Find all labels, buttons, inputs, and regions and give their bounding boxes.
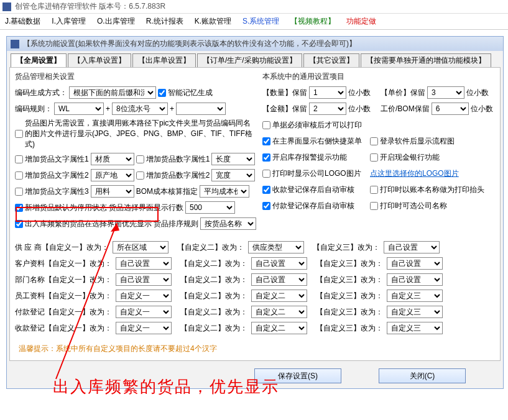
- tab-order[interactable]: 【订单/生产/采购功能设置】: [197, 53, 302, 67]
- tab-addon[interactable]: 【按需要单独开通的增值功能模块】: [361, 53, 491, 67]
- encode-rule-prefix[interactable]: WL: [54, 103, 104, 115]
- txt-attr2-checkbox[interactable]: 增加货品文字属性2: [15, 170, 89, 181]
- encode-method-label: 编码生成方式：: [15, 88, 67, 98]
- menu-feature[interactable]: 功能定做: [346, 16, 376, 27]
- custom-3-v2[interactable]: 自定义二: [251, 290, 307, 302]
- encode-rule-mid[interactable]: 8位流水号: [112, 103, 168, 115]
- menu-account[interactable]: K.账款管理: [195, 16, 231, 27]
- custom-2-v3[interactable]: 自己设置: [387, 273, 443, 286]
- right-column: 本系统中的通用设置项目 【数量】保留 1 位小数 【单价】保留 3 位小数 【金…: [262, 71, 495, 233]
- qty-decimal-select[interactable]: 1: [309, 86, 346, 99]
- custom-3-v3[interactable]: 自定义三: [387, 290, 443, 302]
- open-bank-checkbox[interactable]: 开启现金银行功能: [370, 152, 440, 163]
- recv-audit-checkbox[interactable]: 收款登记保存后自动审核: [262, 185, 368, 195]
- bom-decimal-select[interactable]: 6: [432, 103, 469, 115]
- menu-system[interactable]: S.系统管理: [242, 16, 279, 27]
- settings-dialog: 【系统功能设置(如果软件界面没有对应的功能项则表示该版本的软件没有这个功能，不必…: [6, 36, 504, 389]
- num-attr2-select[interactable]: 宽度: [211, 169, 255, 181]
- encode-rule-label: 编码规则：: [15, 104, 52, 114]
- print-company-checkbox[interactable]: 打印时可选公司名称: [370, 201, 447, 211]
- encode-method-select[interactable]: 根据下面的前后缀和流水号生成编码: [69, 86, 156, 99]
- rows-select[interactable]: 500: [185, 201, 235, 214]
- audit-before-print-checkbox[interactable]: 单据必须审核后才可以打印: [262, 120, 362, 130]
- tab-out[interactable]: 【出库单设置】: [132, 53, 196, 67]
- custom-3-v1[interactable]: 自定义一: [116, 290, 172, 302]
- txt-attr3-checkbox[interactable]: 增加货品文字属性3: [15, 186, 89, 197]
- custom-1-v1[interactable]: 自己设置: [116, 257, 172, 270]
- logo-link[interactable]: 点这里选择你的LOGO图片: [370, 168, 459, 179]
- custom-2-v2[interactable]: 自己设置: [251, 273, 307, 286]
- tab-global[interactable]: 【全局设置】: [11, 53, 67, 67]
- sort-select[interactable]: 按货品名称: [200, 217, 256, 230]
- custom-5-v2[interactable]: 自定义二: [251, 322, 307, 334]
- main-menubar: J.基础数据 I.入库管理 O.出库管理 R.统计报表 K.账款管理 S.系统管…: [0, 14, 508, 30]
- menu-out[interactable]: O.出库管理: [97, 16, 135, 27]
- custom-4-v3[interactable]: 自定义三: [387, 306, 443, 318]
- txt-attr2-select[interactable]: 原产地: [91, 169, 134, 181]
- encode-rule-suffix[interactable]: [176, 103, 226, 115]
- freq-first-checkbox[interactable]: 出入库频繁的货品在选择界面优先显示: [15, 219, 152, 229]
- sort-label: 货品排序规则: [154, 219, 198, 229]
- app-icon: [2, 2, 11, 11]
- custom-row-3: 员工资料【自定义一】改为：自定义一【自定义二】改为：自定义二【自定义三】改为：自…: [15, 289, 495, 303]
- num-attr1-select[interactable]: 长度: [211, 153, 255, 165]
- custom-row-1: 客户资料【自定义一】改为：自己设置【自定义二】改为：自己设置【自定义三】改为：自…: [15, 257, 495, 270]
- num-attr1-checkbox[interactable]: 增加货品数字属性1: [136, 154, 210, 165]
- open-report-checkbox[interactable]: 开启库存报警提示功能: [262, 152, 368, 163]
- dialog-title: 【系统功能设置(如果软件界面没有对应的功能项则表示该版本的软件没有这个功能，不必…: [23, 39, 356, 49]
- pic-noneed-checkbox[interactable]: 货品图片无需设置，直接调用账本路径下pic文件夹里与货品编码同名的图片文件进行显…: [15, 118, 256, 150]
- txt-attr1-select[interactable]: 材质: [91, 153, 134, 165]
- custom-1-v2[interactable]: 自己设置: [251, 257, 307, 270]
- login-flow-checkbox[interactable]: 登录软件后显示流程图: [370, 136, 455, 147]
- custom-fields-grid: 供 应 商【自定义一】改为：所在区域【自定义二】改为：供应类型【自定义三】改为：…: [15, 240, 495, 335]
- show-quick-checkbox[interactable]: 在主界面显示右侧快捷菜单: [262, 136, 368, 147]
- hint-text: 温馨提示：系统中所有自定义项目的长度请不要超过4个汉字: [19, 344, 495, 354]
- custom-row-5: 收款登记【自定义一】改为：自定义一【自定义二】改为：自定义二【自定义三】改为：自…: [15, 321, 495, 335]
- amount-decimal-select[interactable]: 2: [309, 103, 346, 115]
- new-disable-checkbox[interactable]: 新增货品默认为停用状态: [15, 203, 107, 213]
- tab-bar: 【全局设置】 【入库单设置】 【出库单设置】 【订单/生产/采购功能设置】 【其…: [7, 51, 503, 67]
- pay-audit-checkbox[interactable]: 付款登记保存后自动审核: [262, 201, 368, 211]
- bom-select[interactable]: 平均成本价: [200, 185, 249, 198]
- custom-1-v3[interactable]: 自己设置: [387, 257, 443, 270]
- dialog-icon: [11, 40, 19, 48]
- custom-5-v3[interactable]: 自定义三: [387, 322, 443, 334]
- menu-base[interactable]: J.基础数据: [5, 16, 40, 27]
- num-attr2-checkbox[interactable]: 增加货品数字属性2: [136, 170, 210, 181]
- menu-in[interactable]: I.入库管理: [52, 16, 86, 27]
- print-logo-checkbox[interactable]: 打印时显示公司LOGO图片: [262, 168, 368, 179]
- txt-attr3-select[interactable]: 用料: [91, 185, 134, 198]
- main-titlebar: 创管仓库进销存管理软件 版本号：6.5.7.883R: [0, 0, 508, 14]
- close-button[interactable]: 关闭(C): [379, 368, 466, 383]
- price-decimal-select[interactable]: 3: [427, 86, 464, 99]
- custom-4-v1[interactable]: 自定义一: [116, 306, 172, 318]
- annotation-text: 出入库频繁的货品，优先显示: [53, 376, 279, 398]
- bom-label: BOM成本核算指定: [136, 186, 198, 197]
- custom-row-0: 供 应 商【自定义一】改为：所在区域【自定义二】改为：供应类型【自定义三】改为：…: [15, 240, 495, 254]
- txt-attr1-checkbox[interactable]: 增加货品文字属性1: [15, 154, 89, 165]
- dialog-titlebar: 【系统功能设置(如果软件界面没有对应的功能项则表示该版本的软件没有这个功能，不必…: [7, 37, 503, 51]
- custom-0-v1[interactable]: 所在区域: [113, 241, 169, 253]
- custom-4-v2[interactable]: 自定义二: [251, 306, 307, 318]
- custom-2-v1[interactable]: 自己设置: [116, 273, 172, 286]
- left-section-title: 货品管理相关设置: [15, 71, 256, 82]
- tab-other[interactable]: 【其它设置】: [303, 53, 359, 67]
- smart-memory-checkbox[interactable]: 智能记忆生成: [158, 88, 213, 98]
- right-section-title: 本系统中的通用设置项目: [262, 71, 495, 82]
- custom-0-v3[interactable]: 自己设置: [384, 241, 440, 253]
- rows-label: 货品选择界面显示行数: [109, 203, 183, 213]
- tab-in[interactable]: 【入库单设置】: [68, 53, 131, 67]
- menu-report[interactable]: R.统计报表: [146, 16, 183, 27]
- custom-row-4: 付款登记【自定义一】改为：自定义一【自定义二】改为：自定义二【自定义三】改为：自…: [15, 305, 495, 319]
- custom-0-v2[interactable]: 供应类型: [248, 241, 304, 253]
- left-column: 货品管理相关设置 编码生成方式： 根据下面的前后缀和流水号生成编码 智能记忆生成…: [15, 71, 256, 233]
- custom-5-v1[interactable]: 自定义一: [116, 322, 172, 334]
- settings-panel: 货品管理相关设置 编码生成方式： 根据下面的前后缀和流水号生成编码 智能记忆生成…: [9, 67, 501, 361]
- print-book-checkbox[interactable]: 打印时以账本名称做为打印抬头: [370, 185, 484, 195]
- custom-row-2: 部门名称【自定义一】改为：自己设置【自定义二】改为：自己设置【自定义三】改为：自…: [15, 273, 495, 286]
- menu-tutorial[interactable]: 【视频教程】: [290, 16, 335, 27]
- window-title: 创管仓库进销存管理软件 版本号：6.5.7.883R: [15, 1, 165, 12]
